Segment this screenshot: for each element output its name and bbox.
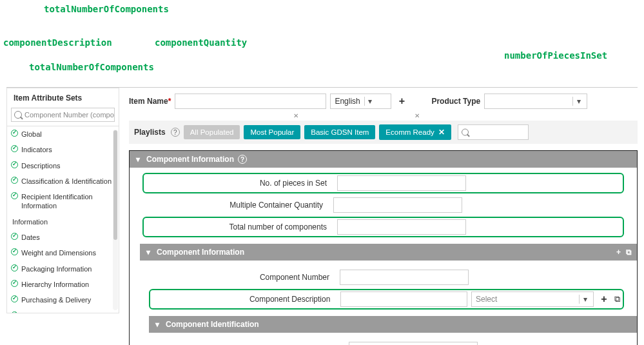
input-component-number[interactable]	[340, 270, 469, 285]
clear-item-name-icon[interactable]: ✕	[293, 113, 298, 119]
sidebar-item-hierarchy[interactable]: Hierarchy Information	[7, 277, 119, 292]
add-description-button[interactable]: +	[598, 293, 610, 306]
copy-section-button[interactable]: ⧉	[626, 248, 632, 257]
chevron-down-icon	[146, 248, 153, 257]
chevron-down-icon	[136, 155, 142, 164]
chevron-down-icon	[155, 320, 162, 329]
check-icon	[11, 145, 18, 152]
sidebar-list: Global Indicators Descriptions Classific…	[7, 126, 119, 313]
pill-ecomm-ready[interactable]: Ecomm Ready✕	[379, 124, 451, 140]
check-icon	[11, 233, 18, 240]
product-type-label: Product Type	[431, 97, 480, 106]
sidebar-item-recipient-identification-line2[interactable]: Information	[7, 214, 119, 230]
component-description-lang-select[interactable]: Select ▾	[471, 291, 594, 307]
input-pieces-in-set[interactable]	[337, 175, 466, 191]
add-section-button[interactable]: +	[616, 248, 621, 257]
sidebar-scroll-thumb[interactable]	[113, 130, 117, 240]
language-select[interactable]: English ▾	[330, 94, 391, 109]
label-pieces-in-set: No. of pieces in Set	[146, 179, 333, 188]
pill-basic-gdsn[interactable]: Basic GDSN Item	[304, 125, 375, 139]
form-area: Component Information ? No. of pieces in…	[129, 150, 638, 345]
main-panel: Item Name* English ▾ + Product Type ▾ ✕ …	[129, 91, 638, 345]
select-placeholder: Select	[476, 295, 575, 304]
row-pieces-in-set: No. of pieces in Set	[142, 173, 624, 193]
input-component-identification[interactable]	[349, 342, 478, 345]
label-total-components: Total number of components	[146, 222, 333, 232]
label-multiple-container-qty: Multiple Container Quantity	[142, 201, 329, 210]
row-total-components: Total number of components	[142, 217, 624, 237]
language-selected: English	[335, 97, 360, 106]
playlists-label: Playlists	[134, 128, 166, 137]
clear-language-icon[interactable]: ✕	[415, 113, 420, 119]
annotation-totalNumberOfComponents-2: totalNumberOfComponents	[29, 62, 154, 72]
row-component-identification: Component Identification	[158, 338, 624, 345]
section-component-identification[interactable]: Component Identification	[149, 316, 637, 333]
playlists-bar: Playlists ? All Populated Most Popular B…	[129, 121, 638, 144]
annotation-totalNumberOfComponents-1: totalNumberOfComponents	[44, 4, 169, 14]
help-icon[interactable]: ?	[238, 155, 247, 164]
sidebar-item-classification[interactable]: Classification & Identification	[7, 173, 119, 189]
check-icon	[11, 280, 18, 287]
label-component-number: Component Number	[149, 273, 336, 282]
sidebar-item-weight[interactable]: Weight and Dimensions	[7, 245, 119, 261]
playlist-search-input[interactable]	[458, 124, 529, 140]
annotation-componentDescription: componentDescription	[3, 37, 112, 48]
check-icon	[11, 161, 18, 168]
annotation-componentQuantity: componentQuantity	[155, 37, 247, 48]
copy-icon[interactable]: ⧉	[614, 294, 620, 304]
check-icon	[11, 295, 18, 302]
pill-most-popular[interactable]: Most Popular	[244, 125, 300, 139]
add-language-button[interactable]: +	[395, 95, 408, 108]
sidebar-item-handling[interactable]: Handling & Storage	[7, 308, 119, 313]
product-type-select[interactable]: ▾	[484, 94, 587, 109]
input-multiple-container-qty[interactable]	[333, 197, 462, 213]
check-icon	[11, 311, 18, 313]
sidebar-item-indicators[interactable]: Indicators	[7, 142, 119, 157]
label-component-description: Component Description	[153, 295, 337, 304]
sidebar-title: Item Attribute Sets	[7, 88, 119, 108]
help-icon[interactable]: ?	[171, 128, 180, 137]
check-icon	[11, 264, 18, 271]
item-name-label: Item Name*	[129, 97, 171, 106]
sidebar-item-purchasing[interactable]: Purchasing & Delivery	[7, 292, 119, 308]
annotation-numberOfPiecesInSet: numberOfPiecesInSet	[504, 50, 607, 61]
section-component-information-sub[interactable]: Component Information + ⧉	[140, 244, 637, 261]
clear-row: ✕ ✕	[129, 113, 638, 119]
check-icon	[11, 130, 18, 137]
sidebar-item-recipient-identification[interactable]: Recipient Identification Information	[7, 189, 119, 214]
check-icon	[11, 248, 18, 255]
input-total-components[interactable]	[337, 219, 466, 235]
header-row: Item Name* English ▾ + Product Type ▾	[129, 91, 638, 113]
sidebar: Item Attribute Sets Component Number (co…	[6, 88, 119, 313]
sidebar-search-text: Component Number (componentIn	[24, 111, 115, 119]
input-component-description[interactable]	[340, 291, 467, 307]
check-icon	[11, 192, 18, 199]
chevron-down-icon: ▾	[579, 295, 590, 304]
row-component-number: Component Number	[149, 266, 624, 289]
sidebar-scrollbar[interactable]	[113, 130, 118, 310]
sidebar-item-descriptions[interactable]: Descriptions	[7, 158, 119, 173]
sidebar-item-dates[interactable]: Dates	[7, 230, 119, 245]
sidebar-search-input[interactable]: Component Number (componentIn	[11, 108, 115, 122]
chevron-down-icon: ▾	[364, 97, 376, 106]
sidebar-item-packaging[interactable]: Packaging Information	[7, 261, 119, 277]
chevron-down-icon: ▾	[572, 97, 584, 106]
check-icon	[11, 177, 18, 184]
sidebar-item-global[interactable]: Global	[7, 126, 119, 142]
section-component-information[interactable]: Component Information ?	[130, 151, 637, 168]
row-component-description: Component Description Select ▾ + ⧉	[149, 289, 624, 310]
item-name-input[interactable]	[175, 94, 326, 109]
pill-all-populated[interactable]: All Populated	[184, 125, 240, 139]
close-icon[interactable]: ✕	[438, 128, 445, 137]
row-multiple-container-qty: Multiple Container Quantity	[142, 193, 624, 217]
